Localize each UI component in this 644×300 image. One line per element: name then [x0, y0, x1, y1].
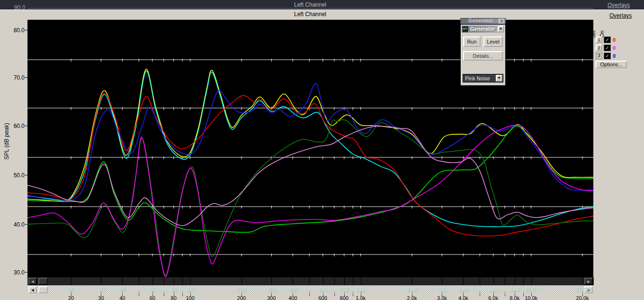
x-axis-label: 1.0k — [356, 295, 366, 300]
run-button[interactable]: Run — [463, 36, 481, 47]
x-axis-label: 4.0k — [458, 295, 468, 300]
arrow-right-icon: ► — [587, 279, 591, 284]
ghost-overlays-link[interactable]: Overlays — [608, 2, 630, 9]
scroll-left-button[interactable]: ◄ — [28, 286, 37, 293]
x-axis-label-ghost: 20 — [68, 287, 74, 292]
x-axis-label-ghost: 2.0k — [407, 287, 417, 292]
x-axis-label: 100 — [186, 295, 194, 300]
overlay-count-1: 0 — [613, 37, 616, 43]
x-axis-label: 80 — [171, 295, 177, 300]
arrow-left-icon: ◄ — [31, 288, 35, 292]
y-tick-label: 30.0 — [6, 269, 25, 276]
x-tick-mark-bottom — [480, 294, 480, 296]
x-axis-label-ghost: 1.0k — [356, 287, 366, 292]
generator-ghost-close-icon: X — [499, 18, 505, 24]
overlay-row-3: 3✓0 — [596, 53, 638, 60]
overlay-set-button-1[interactable]: 1 — [596, 36, 602, 43]
options-button[interactable]: Options... — [596, 61, 627, 68]
x-tick-mark-ghost — [493, 277, 494, 285]
x-axis-label-ghost: 60 — [150, 287, 155, 292]
signal-select[interactable]: Pink Noise ▼ — [463, 74, 503, 82]
generator-titlebar[interactable]: Generator X — [462, 26, 504, 33]
x-tick-mark-ghost — [101, 277, 101, 285]
x-tick-mark-ghost — [480, 277, 480, 285]
main-window: Left Channel SPL (dB peak) 80.070.060.05… — [0, 9, 644, 300]
spl-plot-area[interactable] — [27, 19, 593, 277]
x-axis-label: 3.0k — [437, 295, 447, 300]
x-axis-label-ghost: 8.0k — [510, 287, 519, 292]
details-button[interactable]: Details... — [463, 51, 503, 61]
x-tick-mark-bottom — [164, 294, 164, 296]
scrollbar-track[interactable]: ◄ ► 20304060801002003004006008001.0k2.0k… — [27, 285, 594, 294]
x-axis-label-ghost: 400 — [288, 287, 297, 292]
signal-select-value: Pink Noise — [465, 75, 490, 81]
y-tick-label: 40.0 — [6, 221, 25, 228]
x-axis-label: 40 — [119, 295, 125, 300]
x-tick-mark-ghost — [344, 277, 345, 285]
overlays-link[interactable]: Overlays — [609, 12, 632, 19]
x-axis-label: 300 — [267, 295, 276, 300]
y-tick-label: 50.0 — [6, 172, 25, 179]
x-axis-label: 30 — [98, 295, 104, 300]
arrow-left-icon: ◄ — [31, 279, 35, 284]
y-tick-label: 70.0 — [6, 74, 25, 81]
x-tick-mark-bottom — [309, 294, 310, 296]
x-tick-mark-ghost — [463, 277, 464, 285]
overlay-set-button-2[interactable]: 2 — [596, 45, 602, 51]
x-axis-label: 6.0k — [488, 295, 498, 300]
x-tick-mark-ghost — [271, 277, 272, 285]
x-axis-label-ghost: 20.0k — [576, 287, 589, 292]
generator-dialog: Generator X Run Level Details... Pink No… — [460, 24, 506, 86]
x-tick-mark-ghost — [334, 277, 335, 285]
x-tick-mark-bottom — [505, 294, 505, 296]
x-tick-mark-ghost — [122, 277, 123, 285]
blue-trace — [27, 83, 593, 201]
scroll-left-button-ghost[interactable]: ◄ — [28, 278, 37, 285]
x-tick-mark-ghost — [190, 277, 191, 285]
scrollbar-thumb-ghost[interactable] — [38, 278, 48, 285]
x-axis-label-ghost: 200 — [237, 287, 246, 292]
x-tick-mark-ghost — [323, 277, 323, 285]
x-tick-mark-ghost — [412, 277, 412, 285]
scrollbar-thumb[interactable] — [38, 286, 48, 293]
spl-plot-svg — [27, 20, 593, 277]
x-axis-label: 20.0k — [576, 295, 589, 300]
overlay-on-checkbox-3[interactable]: ✓ — [604, 53, 611, 59]
x-tick-mark-ghost — [71, 277, 72, 285]
x-tick-mark-ghost — [442, 277, 442, 285]
x-tick-mark-ghost — [174, 277, 174, 285]
ghost-scrollbar-track[interactable]: ◄ ► — [27, 277, 594, 285]
generator-close-button[interactable]: X — [498, 26, 504, 32]
yellow-trace — [27, 69, 593, 201]
x-axis-label-ghost: 4.0k — [458, 287, 468, 292]
x-axis-label-ghost: 10.0k — [525, 287, 537, 292]
x-axis-label-ghost: 600 — [319, 287, 327, 292]
overlay-row-2: 2✓0 — [596, 45, 638, 52]
cyan-trace — [27, 71, 593, 227]
scroll-right-button-ghost[interactable]: ► — [584, 278, 593, 285]
ghost-plot-border — [27, 8, 593, 9]
x-axis-label: 8.0k — [510, 295, 519, 300]
x-tick-mark-ghost — [531, 277, 532, 285]
x-tick-mark-bottom — [353, 294, 353, 296]
x-axis-label: 800 — [340, 295, 349, 300]
x-axis-label-ghost: 300 — [267, 287, 276, 292]
overlay-on-checkbox-2[interactable]: ✓ — [604, 45, 611, 51]
waveform-icon — [462, 26, 468, 32]
x-axis-label: 60 — [150, 295, 155, 300]
x-tick-mark-bottom — [139, 294, 139, 296]
x-tick-mark-ghost — [505, 277, 505, 285]
x-axis-label: 200 — [237, 295, 246, 300]
level-button[interactable]: Level — [483, 36, 503, 47]
page-title: Left Channel — [0, 11, 620, 18]
x-axis-label-ghost: 3.0k — [437, 287, 447, 292]
chevron-down-icon[interactable]: ▼ — [496, 75, 502, 82]
x-axis-label-ghost: 800 — [340, 287, 349, 292]
x-axis-label: 10.0k — [525, 295, 537, 300]
overlay-set-button-3[interactable]: 3 — [596, 53, 602, 59]
x-tick-mark-bottom — [182, 294, 183, 296]
ghost-title-strip: 90.0 Left Channel Overlays — [0, 0, 644, 9]
generator-ghost-title: Generator — [468, 18, 493, 23]
generator-title: Generator — [470, 26, 495, 32]
overlay-on-checkbox-1[interactable]: ✓ — [604, 36, 611, 43]
